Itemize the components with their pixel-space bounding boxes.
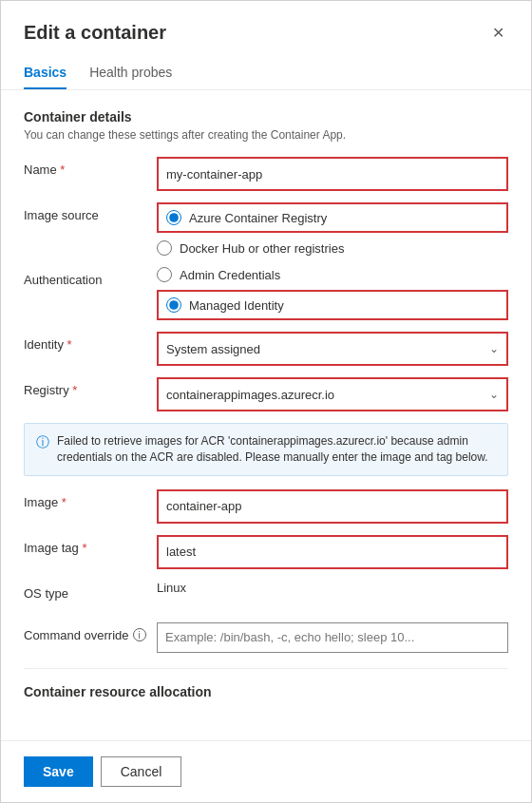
radio-azure-container-registry[interactable]: Azure Container Registry [166,210,499,225]
info-icon: ⓘ [36,434,49,466]
image-label: Image * [24,489,157,509]
radio-acr-label: Azure Container Registry [189,211,327,225]
os-type-row: OS type Linux [24,581,508,611]
name-row: Name * [24,157,508,191]
image-source-row: Image source Azure Container Registry Do… [24,202,508,256]
close-button[interactable]: ✕ [488,20,508,46]
authentication-label: Authentication [24,267,157,287]
tab-bar: Basics Health probes [1,57,531,90]
image-tag-input-wrapper [157,535,508,569]
identity-select-container: System assigned ⌄ [159,334,506,364]
image-input-wrapper [157,489,508,524]
os-type-value: Linux [157,581,508,595]
image-tag-control [157,535,508,569]
authentication-row: Authentication Admin Credentials Managed… [24,267,508,320]
image-control [157,489,508,524]
tab-health-probes[interactable]: Health probes [89,57,172,89]
section-divider [24,668,508,669]
radio-admin-input[interactable] [157,267,172,282]
dialog-footer: Save Cancel [1,740,531,802]
radio-acr-input[interactable] [166,210,181,225]
save-button[interactable]: Save [24,756,93,787]
identity-select[interactable]: System assigned [159,334,506,364]
image-source-label: Image source [24,202,157,222]
cancel-button[interactable]: Cancel [101,756,182,787]
acr-info-box: ⓘ Failed to retrieve images for ACR 'con… [24,423,508,476]
image-source-group-wrapper: Azure Container Registry [157,202,508,233]
command-override-label-group: Command override i [24,628,157,642]
info-text: Failed to retrieve images for ACR 'conta… [57,433,496,466]
form-content: Container details You can change these s… [1,90,531,798]
name-input-wrapper [157,157,508,191]
registry-label: Registry * [24,377,157,397]
image-tag-input[interactable] [159,537,506,567]
radio-managed-identity[interactable]: Managed Identity [166,297,499,313]
tab-basics[interactable]: Basics [24,57,66,89]
close-icon: ✕ [492,24,504,42]
edit-container-dialog: Edit a container ✕ Basics Health probes … [0,0,532,803]
radio-admin-label: Admin Credentials [180,268,280,282]
registry-select[interactable]: containerappimages.azurecr.io [159,379,506,410]
radio-managed-label: Managed Identity [189,298,284,313]
section-description: You can change these settings after crea… [24,128,508,142]
registry-control: containerappimages.azurecr.io ⌄ [157,377,508,411]
registry-select-wrapper: containerappimages.azurecr.io ⌄ [157,377,508,411]
image-tag-row: Image tag * [24,535,508,569]
image-source-control: Azure Container Registry Docker Hub or o… [157,202,508,256]
resource-section-title: Container resource allocation [24,684,508,699]
os-type-static: Linux [157,575,186,595]
command-override-input[interactable] [157,622,508,653]
image-tag-label: Image tag * [24,535,157,555]
registry-select-container: containerappimages.azurecr.io ⌄ [159,379,506,410]
name-control [157,157,508,191]
name-label: Name * [24,157,157,177]
dialog-title: Edit a container [24,22,166,44]
authentication-control: Admin Credentials Managed Identity [157,267,508,320]
identity-label: Identity * [24,332,157,352]
name-input[interactable] [159,159,506,189]
command-override-label: Command override i [24,622,157,642]
image-row: Image * [24,489,508,524]
radio-docker-hub[interactable]: Docker Hub or other registries [157,240,508,256]
section-title: Container details [24,109,508,124]
command-override-row: Command override i [24,622,508,653]
auth-managed-identity-wrapper: Managed Identity [157,290,508,320]
radio-managed-input[interactable] [166,297,181,313]
radio-dockerhub-input[interactable] [157,240,172,256]
identity-select-wrapper: System assigned ⌄ [157,332,508,366]
os-type-label: OS type [24,581,157,601]
dialog-header: Edit a container ✕ [1,1,531,57]
name-required: * [60,163,65,177]
command-override-info-icon[interactable]: i [133,628,146,641]
identity-control: System assigned ⌄ [157,332,508,366]
radio-admin-credentials[interactable]: Admin Credentials [157,267,508,282]
registry-row: Registry * containerappimages.azurecr.io… [24,377,508,411]
image-input[interactable] [159,491,506,522]
radio-dockerhub-label: Docker Hub or other registries [180,241,344,256]
command-override-control [157,622,508,653]
identity-row: Identity * System assigned ⌄ [24,332,508,366]
